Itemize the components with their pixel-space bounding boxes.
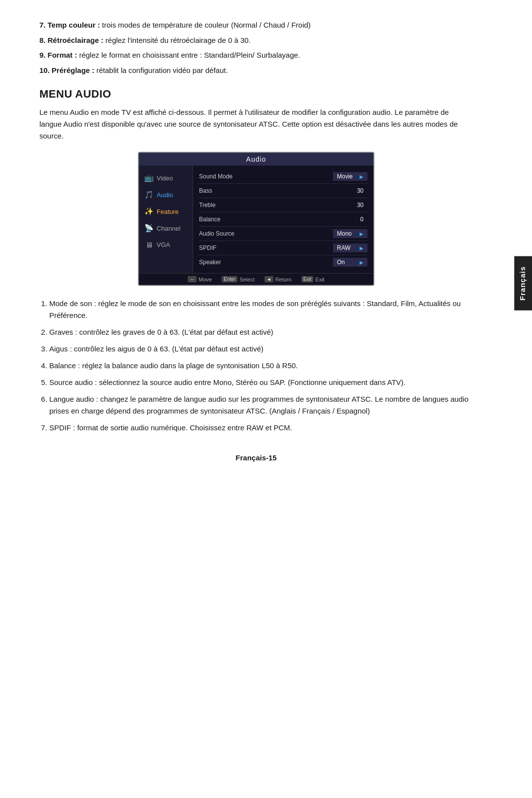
label-bass: Bass: [199, 187, 348, 194]
return-key-icon: ◄: [265, 276, 273, 282]
label-balance: Balance: [199, 216, 348, 223]
numbered-list: Mode de son : réglez le mode de son en c…: [39, 298, 473, 434]
footer-exit-label: Exit: [315, 277, 324, 282]
tv-content-area: Sound Mode Movie ▶ Bass 30 Treble 30 Bal…: [193, 166, 373, 273]
list-item: Balance : réglez la balance audio dans l…: [49, 360, 473, 372]
list-item: Source audio : sélectionnez la source au…: [49, 377, 473, 388]
footer-move: ↔ Move: [188, 276, 212, 282]
item-10-number: 10.: [39, 66, 50, 74]
audio-icon: 🎵: [144, 190, 154, 199]
item-8-number: 8.: [39, 36, 46, 44]
item-9-bold: Format :: [48, 51, 77, 59]
label-sound-mode: Sound Mode: [199, 173, 333, 180]
row-balance: Balance 0: [199, 212, 367, 227]
video-icon: 📺: [144, 173, 154, 182]
footer-move-label: Move: [199, 277, 212, 282]
item-7-number: 7.: [39, 21, 46, 29]
sidebar-item-channel[interactable]: 📡 Channel: [139, 220, 193, 237]
label-treble: Treble: [199, 202, 348, 208]
row-speaker: Speaker On ▶: [199, 255, 367, 269]
sidebar-label-feature: Feature: [157, 208, 179, 215]
row-audio-source: Audio Source Mono ▶: [199, 227, 367, 241]
item-8-bold: Rétroéclairage :: [48, 36, 103, 44]
item-9-number: 9.: [39, 51, 46, 59]
list-item: SPDIF : format de sortie audio numérique…: [49, 422, 473, 434]
list-item: Mode de son : réglez le mode de son en c…: [49, 298, 473, 321]
arrow-icon-3: ▶: [360, 245, 364, 251]
value-treble: 30: [348, 201, 367, 209]
label-spdif: SPDIF: [199, 244, 333, 251]
list-item: Aigus : contrôlez les aigus de 0 à 63. (…: [49, 343, 473, 355]
value-balance: 0: [348, 215, 367, 224]
footer-return: ◄ Return: [265, 276, 292, 282]
tv-menu-header: Audio: [139, 153, 373, 166]
list-item: Graves : contrôlez les graves de 0 à 63.…: [49, 326, 473, 338]
move-key-icon: ↔: [188, 276, 197, 282]
item-10-text: rétablit la configuration vidéo par défa…: [95, 66, 228, 74]
row-bass: Bass 30: [199, 184, 367, 198]
intro-item-7: 7.Temp couleur : trois modes de températ…: [39, 20, 473, 31]
sidebar-item-audio[interactable]: 🎵 Audio: [139, 186, 193, 203]
tv-menu-body: 📺 Video 🎵 Audio ✨ Feature 📡 Channel 🖥: [139, 166, 373, 273]
intro-items: 7.Temp couleur : trois modes de températ…: [39, 20, 473, 76]
sidebar-item-vga[interactable]: 🖥 VGA: [139, 237, 193, 253]
list-item: Langue audio : changez le paramètre de l…: [49, 393, 473, 417]
exit-key-icon: Exit: [301, 276, 314, 282]
row-spdif: SPDIF RAW ▶: [199, 241, 367, 255]
footer-return-label: Return: [275, 277, 292, 282]
sidebar-label-audio: Audio: [157, 191, 173, 199]
arrow-icon-2: ▶: [360, 231, 364, 237]
item-9-text: réglez le format en choisissant entre : …: [77, 51, 300, 59]
value-bass: 30: [348, 186, 367, 195]
label-speaker: Speaker: [199, 259, 333, 266]
sidebar-label-video: Video: [157, 174, 173, 182]
page-footer: Français-15: [39, 453, 473, 462]
tv-menu: Audio 📺 Video 🎵 Audio ✨ Feature 📡 C: [138, 152, 374, 286]
row-sound-mode: Sound Mode Movie ▶: [199, 170, 367, 184]
tv-footer: ↔ Move Enter Select ◄ Return Exit Exit: [139, 273, 373, 285]
intro-item-9: 9.Format : réglez le format en choisissa…: [39, 50, 473, 61]
sidebar-label-vga: VGA: [157, 241, 170, 248]
sidebar-label-channel: Channel: [157, 225, 180, 232]
value-spdif[interactable]: RAW ▶: [333, 243, 367, 252]
item-10-bold: Préréglage :: [52, 66, 95, 74]
arrow-icon: ▶: [360, 174, 364, 179]
page-content: 7.Temp couleur : trois modes de températ…: [39, 20, 473, 462]
tv-sidebar: 📺 Video 🎵 Audio ✨ Feature 📡 Channel 🖥: [139, 166, 193, 273]
channel-icon: 📡: [144, 224, 154, 233]
footer-select-label: Select: [239, 277, 255, 282]
footer-select: Enter Select: [222, 276, 254, 282]
section-heading: MENU AUDIO: [39, 88, 473, 101]
intro-item-8: 8.Rétroéclairage : réglez l'intensité du…: [39, 35, 473, 46]
item-7-text: trois modes de température de couleur (N…: [100, 21, 311, 29]
footer-exit: Exit Exit: [301, 276, 325, 282]
value-speaker[interactable]: On ▶: [333, 258, 367, 267]
language-tab: Français: [514, 256, 532, 311]
label-audio-source: Audio Source: [199, 230, 333, 237]
feature-icon: ✨: [144, 207, 154, 216]
vga-icon: 🖥: [144, 241, 154, 249]
sidebar-item-feature[interactable]: ✨ Feature: [139, 203, 193, 220]
intro-item-10: 10.Préréglage : rétablit la configuratio…: [39, 65, 473, 76]
value-audio-source[interactable]: Mono ▶: [333, 229, 367, 238]
enter-key-icon: Enter: [222, 276, 237, 282]
value-sound-mode[interactable]: Movie ▶: [333, 172, 367, 181]
section-description: Le menu Audio en mode TV est affiché ci-…: [39, 106, 473, 142]
row-treble: Treble 30: [199, 198, 367, 212]
item-7-bold: Temp couleur :: [48, 21, 100, 29]
arrow-icon-4: ▶: [360, 260, 364, 265]
item-8-text: réglez l'intensité du rétroéclairage de …: [103, 36, 251, 44]
sidebar-item-video[interactable]: 📺 Video: [139, 170, 193, 186]
